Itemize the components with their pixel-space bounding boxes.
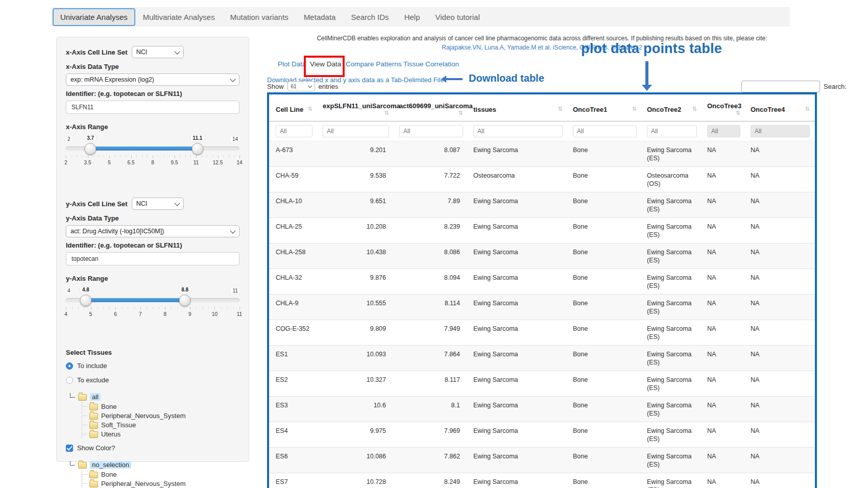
table-row[interactable]: ES710.7288.249Ewing SarcomaBoneEwing Sar… [269, 473, 815, 488]
column-header-cell-line[interactable]: Cell Line⇅ [269, 96, 318, 121]
show-color-checkbox[interactable] [66, 445, 73, 452]
entries-count-select[interactable]: 61 [287, 81, 315, 91]
sort-icon[interactable]: ⇅ [459, 110, 463, 116]
nav-tab-univariate-analyses[interactable]: Univariate Analyses [53, 8, 135, 26]
color-tree-item-bone[interactable]: Bone [82, 470, 239, 479]
x-range-high-value: 11.1 [190, 135, 204, 141]
column-header-act-609699[interactable]: act609699_uniSarcoma⇅ [394, 96, 468, 121]
y-identifier-input[interactable] [66, 252, 239, 265]
column-header-oncotree4[interactable]: OncoTree4⇅ [745, 96, 815, 121]
table-row[interactable]: CHA-599.5387.722OsteosarcomaBoneOsteosar… [269, 167, 815, 192]
chevron-down-icon [230, 76, 235, 82]
nav-tab-metadata[interactable]: Metadata [296, 8, 344, 26]
column-header-oncotree3[interactable]: OncoTree3⇅ [702, 96, 745, 121]
table-row[interactable]: CHLA-329.8768.094Ewing SarcomaBoneEwing … [269, 269, 815, 295]
chevron-down-icon [174, 48, 180, 54]
color-tree-root-item[interactable]: no_selection [90, 461, 131, 469]
exp-slfn11-cell: 10.327 [318, 371, 394, 397]
exp-slfn11-cell: 10.728 [318, 473, 394, 488]
x-range-slider[interactable]: 2143.711.123.556.589.51112.514 [66, 143, 239, 177]
nav-tab-search-ids[interactable]: Search IDs [343, 8, 396, 26]
column-filter-row [269, 121, 815, 141]
y-range-handle-high[interactable] [179, 295, 191, 306]
column-header-tissues[interactable]: tissues⇅ [468, 96, 568, 121]
table-row[interactable]: CHLA-109.6517.89Ewing SarcomaBoneEwing S… [269, 192, 815, 218]
filter-input-oncotree1[interactable] [573, 125, 637, 137]
filter-input-cell-line[interactable] [276, 125, 312, 137]
sort-icon[interactable]: ⇅ [736, 110, 740, 116]
include-tree-item-bone[interactable]: Bone [82, 402, 239, 411]
tissues-cell: Ewing Sarcoma [468, 346, 568, 371]
table-row[interactable]: ES110.0937.864Ewing SarcomaBoneEwing Sar… [269, 346, 815, 371]
plot-data-points-table: Cell Line⇅expSLFN11_uniSarcoma⇅act609699… [267, 92, 817, 488]
filter-cell-oncotree4 [745, 121, 815, 141]
table-row[interactable]: CHLA-25810.4388.086Ewing SarcomaBoneEwin… [269, 243, 815, 269]
y-data-type-select[interactable]: act: Drug Activity (-log10[IC50M]) [66, 225, 239, 237]
y-cell-line-set-select[interactable]: NCI [132, 198, 184, 210]
x-range-minor-tick [71, 155, 72, 157]
sort-icon[interactable]: ⇅ [308, 106, 312, 112]
filter-input-tissues[interactable] [473, 125, 563, 137]
tab-tissue-correlation[interactable]: Tissue Correlation [403, 60, 459, 68]
exclude-radio[interactable] [66, 377, 73, 384]
include-tree-root-item[interactable]: all [90, 393, 101, 401]
filter-cell-oncotree1 [568, 121, 642, 141]
filter-input-oncotree2[interactable] [647, 125, 697, 137]
citation-link[interactable]: Rajapakse.VN, Luna.A, Yamade.M et al. iS… [267, 44, 817, 51]
oncotree4-cell: NA [745, 167, 815, 192]
include-tree-item-uterus[interactable]: Uterus [82, 429, 239, 438]
nav-tab-help[interactable]: Help [397, 8, 428, 26]
table-row[interactable]: CHLA-910.5558.114Ewing SarcomaBoneEwing … [269, 295, 815, 320]
column-header-oncotree1[interactable]: OncoTree1⇅ [568, 96, 642, 121]
color-tree-item-peripheral-nervous-system[interactable]: Peripheral_Nervous_System [82, 479, 239, 488]
filter-input-exp-slfn11[interactable] [323, 125, 389, 137]
x-range-handle-high[interactable] [191, 143, 203, 155]
table-row[interactable]: A-6739.2018.087Ewing SarcomaBoneEwing Sa… [269, 141, 815, 167]
include-tree-item-peripheral-nervous-system[interactable]: Peripheral_Nervous_System [82, 411, 239, 420]
sort-icon[interactable]: ⇅ [805, 106, 810, 112]
include-radio[interactable] [66, 362, 73, 370]
tab-compare-patterns[interactable]: Compare Patterns [346, 60, 402, 68]
cell-line-cell: ES2 [269, 371, 318, 397]
tissue-color-tree: no_selectionBonePeripheral_Nervous_Syste… [66, 459, 239, 488]
tab-plot-data[interactable]: Plot Data [278, 60, 306, 68]
sort-icon[interactable]: ⇅ [632, 106, 637, 112]
sort-icon[interactable]: ⇅ [692, 106, 697, 112]
filter-input-act-609699[interactable] [399, 125, 463, 137]
x-range-handle-low[interactable] [85, 143, 97, 155]
column-header-exp-slfn11[interactable]: expSLFN11_uniSarcoma⇅ [318, 96, 394, 121]
y-range-handle-low[interactable] [80, 295, 91, 306]
include-tree-item-soft-tissue[interactable]: Soft_Tissue [82, 420, 239, 429]
x-data-type-select[interactable]: exp: mRNA Expression (log2) [66, 74, 239, 86]
x-range-minor-tick [104, 155, 104, 157]
table-row[interactable]: ES310.68.1Ewing SarcomaBoneEwing Sarcoma… [269, 397, 815, 422]
x-cell-line-set-select[interactable]: NCI [132, 46, 184, 58]
oncotree3-cell: NA [702, 295, 745, 320]
table-row[interactable]: ES610.0867.862Ewing SarcomaBoneEwing Sar… [269, 448, 815, 473]
x-cell-line-set-value: NCI [136, 48, 148, 56]
table-row[interactable]: ES210.3278.117Ewing SarcomaBoneEwing Sar… [269, 371, 815, 397]
tissues-cell: Ewing Sarcoma [468, 243, 568, 269]
color-tree-expander-icon[interactable] [70, 461, 75, 466]
oncotree2-cell: Ewing Sarcoma (ES) [642, 473, 702, 488]
table-row[interactable]: CHLA-2510.2088.239Ewing SarcomaBoneEwing… [269, 218, 815, 243]
cell-line-cell: COG-E-352 [269, 320, 318, 346]
y-range-grid: 4567891011 [66, 307, 239, 320]
x-identifier-input[interactable] [66, 101, 239, 114]
x-range-minor-tick [93, 155, 93, 157]
y-range-slider[interactable]: 4114.88.84567891011 [66, 295, 239, 328]
table-row[interactable]: COG-E-3529.8097.949Ewing SarcomaBoneEwin… [269, 320, 815, 346]
act-609699-cell: 8.114 [394, 295, 468, 320]
column-header-oncotree2[interactable]: OncoTree2⇅ [642, 96, 702, 121]
oncotree4-cell: NA [745, 320, 815, 346]
search-input[interactable] [741, 81, 820, 92]
sort-icon[interactable]: ⇅ [558, 106, 563, 112]
tissues-cell: Ewing Sarcoma [468, 371, 568, 397]
show-color-label: Show Color? [77, 444, 115, 452]
table-row[interactable]: ES49.9757.969Ewing SarcomaBoneEwing Sarc… [269, 422, 815, 448]
nav-tab-video-tutorial[interactable]: Video tutorial [427, 8, 487, 26]
include-tree-expander-icon[interactable] [70, 393, 75, 398]
nav-tab-multivariate-analyses[interactable]: Multivariate Analyses [135, 8, 223, 26]
sort-icon[interactable]: ⇅ [384, 110, 389, 116]
nav-tab-mutation-variants[interactable]: Mutation variants [223, 8, 296, 26]
